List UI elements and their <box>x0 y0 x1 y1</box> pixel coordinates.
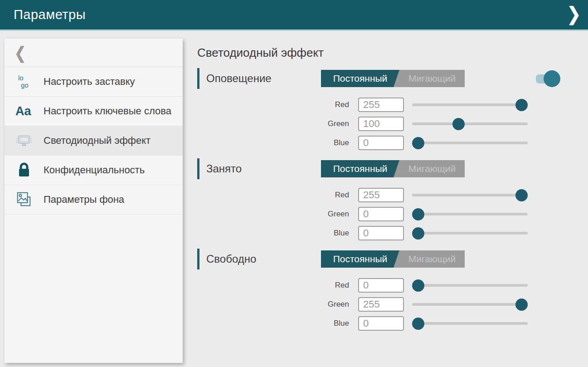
slider-track <box>412 122 528 125</box>
channel-value-input[interactable] <box>358 188 404 202</box>
mode-toggle[interactable]: Мигающий Постоянный <box>321 250 465 268</box>
sidebar-item-label: Настроить ключевые слова <box>44 100 176 122</box>
svg-text:go: go <box>21 81 29 89</box>
logo-icon: logo <box>15 73 34 91</box>
slider-track <box>412 303 528 306</box>
mode-option-constant[interactable]: Постоянный <box>321 160 394 177</box>
channel-label: Red <box>197 281 358 290</box>
slider-track <box>412 103 528 106</box>
led-section: Свободно Мигающий Постоянный Red Green B… <box>197 249 558 331</box>
sidebar-item-3[interactable]: Конфиденциальность <box>5 156 183 185</box>
sidebar-back-button[interactable]: ❮ <box>5 39 183 67</box>
sidebar-item-label: Светодиодный эффект <box>44 129 155 152</box>
rgb-row: Blue <box>197 225 558 241</box>
section-accent-bar <box>197 249 199 269</box>
channel-label: Red <box>197 191 358 200</box>
channel-value-input[interactable] <box>358 207 404 221</box>
channel-label: Blue <box>197 229 358 238</box>
channel-value-input[interactable] <box>358 117 404 131</box>
slider-knob[interactable] <box>412 279 424 292</box>
channel-label: Green <box>197 300 358 309</box>
mode-option-constant[interactable]: Постоянный <box>321 250 394 268</box>
channel-value-input[interactable] <box>358 226 404 240</box>
mode-option-blinking[interactable]: Мигающий <box>399 160 465 177</box>
slider-knob[interactable] <box>515 189 528 201</box>
svg-text:Aa: Aa <box>15 104 31 118</box>
app-header: Параметры ❯ <box>0 0 588 31</box>
sidebar-item-0[interactable]: logo Настроить заставку <box>5 67 183 97</box>
channel-label: Green <box>197 210 358 219</box>
slider-track <box>412 232 528 235</box>
keywords-icon: Aa <box>15 102 34 120</box>
sidebar-item-4[interactable]: Параметры фона <box>5 185 183 215</box>
section-accent-bar <box>197 158 199 179</box>
slider-track <box>412 284 528 287</box>
channel-slider[interactable] <box>412 135 528 151</box>
channel-label: Red <box>197 100 358 109</box>
sidebar-item-label: Настроить заставку <box>44 70 140 93</box>
forward-chevron-icon[interactable]: ❯ <box>567 3 581 25</box>
back-chevron-icon: ❮ <box>15 43 26 62</box>
mode-option-blinking[interactable]: Мигающий <box>399 250 465 268</box>
slider-knob[interactable] <box>412 227 424 240</box>
channel-label: Blue <box>197 138 358 147</box>
led-section: Занято Мигающий Постоянный Red Green Blu… <box>197 158 558 241</box>
channel-value-input[interactable] <box>358 297 404 312</box>
section-accent-bar <box>197 68 199 89</box>
channel-slider[interactable] <box>412 278 528 293</box>
channel-value-input[interactable] <box>358 98 404 112</box>
channel-slider[interactable] <box>412 97 528 113</box>
main-title: Светодиодный эффект <box>197 46 558 60</box>
slider-track <box>412 142 528 144</box>
rgb-row: Green <box>197 297 558 312</box>
sidebar-item-label: Параметры фона <box>44 188 129 211</box>
slider-track <box>412 194 528 196</box>
slider-knob[interactable] <box>412 318 424 330</box>
slider-track <box>412 322 528 325</box>
slider-track <box>412 213 528 215</box>
mode-toggle[interactable]: Мигающий Постоянный <box>321 160 465 177</box>
slider-knob[interactable] <box>412 137 424 149</box>
channel-slider[interactable] <box>412 116 528 132</box>
channel-slider[interactable] <box>412 316 528 331</box>
channel-label: Blue <box>197 319 358 328</box>
slider-knob[interactable] <box>515 298 528 311</box>
rgb-row: Red <box>197 187 558 203</box>
led-section: Оповещение Мигающий Постоянный Red Green… <box>197 68 558 151</box>
led-effect-icon <box>15 132 34 150</box>
rgb-row: Red <box>197 278 558 293</box>
svg-text:lo: lo <box>18 74 24 82</box>
enable-switch[interactable] <box>536 74 557 83</box>
rgb-row: Blue <box>197 316 558 331</box>
mode-option-constant[interactable]: Постоянный <box>321 70 394 87</box>
channel-slider[interactable] <box>412 297 528 312</box>
channel-value-input[interactable] <box>358 278 404 293</box>
channel-slider[interactable] <box>412 225 528 241</box>
section-name: Оповещение <box>206 72 272 85</box>
channel-label: Green <box>197 119 358 128</box>
sidebar-item-label: Конфиденциальность <box>44 159 149 181</box>
slider-knob[interactable] <box>515 99 528 111</box>
rgb-row: Blue <box>197 135 558 151</box>
sidebar-item-2[interactable]: Светодиодный эффект <box>5 126 183 156</box>
sidebar: ❮ logo Настроить заставку Aa Настроить к… <box>5 39 183 363</box>
channel-value-input[interactable] <box>358 136 404 150</box>
slider-knob[interactable] <box>452 118 465 130</box>
sidebar-item-1[interactable]: Aa Настроить ключевые слова <box>5 97 183 126</box>
main-content: Светодиодный эффект Оповещение Мигающий … <box>197 39 558 335</box>
channel-slider[interactable] <box>412 206 528 222</box>
page-title: Параметры <box>14 7 86 22</box>
rgb-row: Green <box>197 206 558 222</box>
privacy-lock-icon <box>15 161 34 179</box>
slider-knob[interactable] <box>412 208 424 220</box>
mode-option-blinking[interactable]: Мигающий <box>399 70 465 87</box>
rgb-row: Green <box>197 116 558 132</box>
mode-toggle[interactable]: Мигающий Постоянный <box>321 70 465 87</box>
rgb-row: Red <box>197 97 558 113</box>
channel-value-input[interactable] <box>358 316 404 331</box>
switch-knob <box>544 70 560 87</box>
background-icon <box>15 190 34 210</box>
section-name: Занято <box>206 162 242 175</box>
section-name: Свободно <box>206 253 256 265</box>
channel-slider[interactable] <box>412 187 528 203</box>
